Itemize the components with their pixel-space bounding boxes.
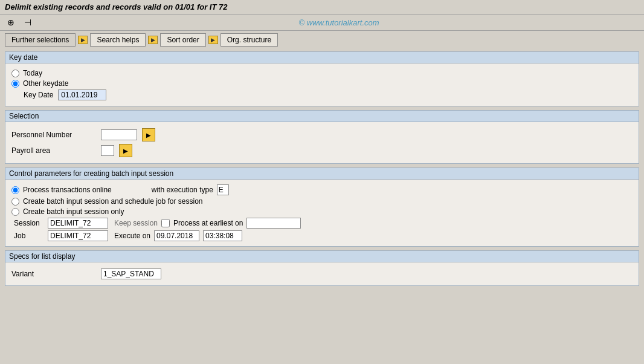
today-radio-row: Today xyxy=(11,69,633,77)
org-structure-arrow-icon: ▶ xyxy=(208,36,218,44)
payroll-area-arrow-btn[interactable]: ▶ xyxy=(119,144,132,157)
selection-section-header: Selection xyxy=(5,111,639,122)
tab-search-helps-label: Search helps xyxy=(97,36,139,44)
process-earliest-label: Process at earliest on xyxy=(173,219,243,227)
tab-search-helps[interactable]: Search helps xyxy=(90,33,146,47)
payroll-area-label: Payroll area xyxy=(11,146,96,155)
job-label: Job xyxy=(14,232,44,240)
keep-session-label: Keep session xyxy=(114,219,158,227)
sort-order-arrow-icon: ▶ xyxy=(148,36,158,44)
exec-type-input[interactable] xyxy=(217,184,229,195)
job-row: Job Execute on xyxy=(14,230,633,241)
process-online-radio[interactable] xyxy=(11,186,19,194)
personnel-number-label: Personnel Number xyxy=(11,131,96,139)
key-date-input[interactable] xyxy=(58,89,106,100)
execute-on-time-input[interactable] xyxy=(203,230,242,241)
other-keydate-radio[interactable] xyxy=(11,80,19,88)
session-label: Session xyxy=(14,219,44,227)
create-batch-schedule-row: Create batch input session and schedule … xyxy=(11,197,633,206)
create-batch-only-row: Create batch input session only xyxy=(11,207,633,216)
personnel-number-input[interactable] xyxy=(101,129,137,140)
payroll-area-row: Payroll area ▶ xyxy=(11,144,633,157)
tab-org-structure-label: Org. structure xyxy=(227,36,271,44)
title-bar: Delimit existing records and records val… xyxy=(0,0,644,15)
page-title: Delimit existing records and records val… xyxy=(5,2,227,11)
payroll-area-input[interactable] xyxy=(101,145,114,156)
specs-section: Specs for list display Variant xyxy=(5,250,639,286)
job-input[interactable] xyxy=(48,230,108,241)
other-keydate-label: Other keydate xyxy=(23,79,68,88)
control-params-header: Control parameters for creating batch in… xyxy=(5,168,639,180)
tab-sort-order[interactable]: Sort order xyxy=(160,33,205,47)
create-batch-only-label: Create batch input session only xyxy=(23,207,124,216)
key-date-section-header: Key date xyxy=(5,52,639,63)
watermark: © www.tutorialkart.com xyxy=(39,18,639,27)
session-row: Session Keep session Process at earliest… xyxy=(14,218,633,229)
control-params-section: Control parameters for creating batch in… xyxy=(5,167,639,247)
toolbar-icon-2[interactable]: ⊣ xyxy=(22,16,34,28)
create-batch-schedule-radio[interactable] xyxy=(11,198,19,206)
today-radio[interactable] xyxy=(11,70,19,77)
process-online-row: Process transactions online with executi… xyxy=(11,184,633,195)
personnel-number-row: Personnel Number ▶ xyxy=(11,128,633,141)
key-date-field-label: Key Date xyxy=(24,91,53,99)
execute-on-label: Execute on xyxy=(114,232,150,240)
key-date-row: Key Date xyxy=(24,89,633,100)
process-online-label: Process transactions online xyxy=(23,186,112,194)
tab-further-selections[interactable]: Further selections xyxy=(5,33,76,47)
specs-section-body: Variant xyxy=(5,262,639,285)
variant-input[interactable] xyxy=(101,268,161,279)
create-batch-only-radio[interactable] xyxy=(11,208,19,216)
with-exec-type-label: with execution type xyxy=(152,186,213,194)
specs-section-header: Specs for list display xyxy=(5,251,639,262)
tab-org-structure[interactable]: Org. structure xyxy=(221,33,278,47)
session-input[interactable] xyxy=(48,218,108,229)
control-params-body: Process transactions online with executi… xyxy=(5,180,639,246)
execute-on-date-input[interactable] xyxy=(154,230,199,241)
toolbar: ⊕ ⊣ © www.tutorialkart.com xyxy=(0,15,644,31)
other-keydate-radio-row: Other keydate xyxy=(11,79,633,88)
tabs-bar: Further selections ▶ Search helps ▶ Sort… xyxy=(0,31,644,49)
selection-section-body: Personnel Number ▶ Payroll area ▶ xyxy=(5,122,639,163)
keep-session-checkbox[interactable] xyxy=(161,219,170,227)
selection-section: Selection Personnel Number ▶ Payroll are… xyxy=(5,110,639,164)
key-date-section: Key date Today Other keydate Key Date xyxy=(5,51,639,106)
personnel-number-arrow-btn[interactable]: ▶ xyxy=(142,128,155,141)
search-helps-arrow-icon: ▶ xyxy=(78,36,88,44)
process-earliest-input[interactable] xyxy=(246,218,301,229)
tab-further-selections-label: Further selections xyxy=(11,36,69,44)
tab-sort-order-label: Sort order xyxy=(167,36,199,44)
key-date-section-body: Today Other keydate Key Date xyxy=(5,63,639,106)
variant-row: Variant xyxy=(11,268,633,279)
create-batch-schedule-label: Create batch input session and schedule … xyxy=(23,197,203,206)
today-label: Today xyxy=(23,69,42,77)
variant-label: Variant xyxy=(11,270,96,278)
toolbar-icon-1[interactable]: ⊕ xyxy=(5,16,17,28)
